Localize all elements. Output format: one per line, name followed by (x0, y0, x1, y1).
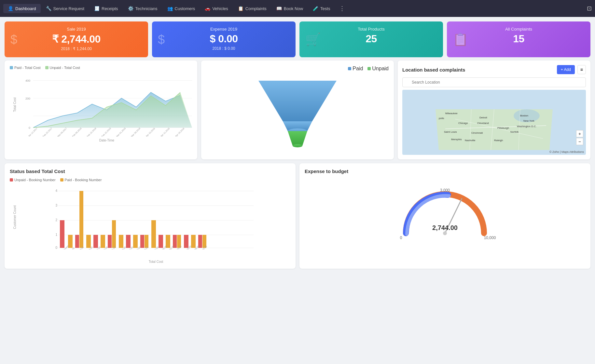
complaints-card-icon: 📋 (453, 32, 468, 47)
svg-text:Memphis: Memphis (451, 138, 462, 141)
svg-rect-71 (145, 235, 148, 248)
paid-legend-label: Paid - Total Cost (14, 66, 41, 70)
svg-text:Detroit: Detroit (479, 116, 487, 119)
sale-icon: $ (10, 33, 17, 47)
nav-service-request[interactable]: 🔧 Service Request (41, 4, 89, 13)
products-icon: 🛒 (305, 32, 321, 47)
svg-rect-62 (86, 235, 91, 248)
map-menu-button[interactable]: ≡ (577, 65, 586, 74)
line-y-label: Total Cost (13, 102, 17, 112)
paid-bar-legend: Paid - Booking Number (60, 178, 102, 182)
funnel-paid-label: Paid (353, 66, 363, 72)
nav-tests-label: Tests (320, 6, 330, 11)
svg-text:Chicago: Chicago (458, 122, 468, 125)
svg-text:Cincinnati: Cincinnati (471, 131, 483, 134)
svg-rect-77 (184, 235, 188, 248)
svg-text:Feb 22,2018: Feb 22,2018 (101, 127, 111, 137)
sale-value: ₹ 2,744.00 (52, 33, 100, 45)
nav-vehicles[interactable]: 🚗 Vehicles (200, 4, 232, 13)
map-zoom-out[interactable]: − (576, 138, 583, 145)
svg-rect-79 (198, 235, 202, 248)
sale-card: $ Sale 2019 ₹ 2,744.00 2018 : ₹ 1,244.00 (5, 21, 148, 57)
svg-text:400: 400 (25, 79, 30, 82)
svg-text:Pittsburgh: Pittsburgh (497, 127, 509, 129)
service-icon: 🔧 (46, 6, 51, 11)
svg-text:Apr 19,2018: Apr 19,2018 (175, 127, 185, 137)
status-legend: Unpaid - Booking Number Paid - Booking N… (10, 178, 290, 182)
map-add-button[interactable]: + Add (557, 65, 575, 74)
expense-sub: 2018 : $ 0.00 (212, 46, 235, 51)
svg-rect-60 (75, 235, 79, 248)
svg-rect-65 (108, 235, 112, 248)
svg-text:0: 0 (55, 246, 57, 249)
paid-legend: Paid - Total Cost (10, 66, 41, 70)
svg-text:Mar 09,2017: Mar 09,2017 (57, 127, 67, 137)
customers-icon: 👥 (167, 6, 173, 11)
nav-book-label: Book Now (284, 6, 303, 11)
expense-icon: $ (158, 33, 165, 47)
unpaid-legend-dot (45, 66, 48, 69)
svg-text:200: 200 (25, 97, 30, 100)
svg-text:Feb 22,2017: Feb 22,2017 (42, 127, 53, 137)
nav-more-button[interactable]: ⋮ (336, 3, 348, 14)
map-search-wrap: 🔍 (402, 77, 586, 90)
svg-text:0: 0 (29, 126, 30, 129)
funnel-unpaid-dot (367, 67, 371, 70)
svg-point-100 (443, 231, 447, 235)
funnel-unpaid-legend: Unpaid (367, 66, 389, 72)
products-value: 25 (366, 33, 377, 45)
svg-text:Raleigh: Raleigh (494, 139, 503, 142)
map-zoom-in[interactable]: + (576, 130, 583, 137)
map-actions: + Add ≡ (557, 65, 586, 74)
nav-book-now[interactable]: 📖 Book Now (272, 4, 308, 13)
svg-text:Cleveland: Cleveland (477, 122, 489, 125)
svg-text:Boston: Boston (520, 114, 528, 117)
paid-bar-dot (60, 178, 63, 182)
nav-right-icon[interactable]: ⊡ (587, 5, 592, 12)
svg-text:Saint Louis: Saint Louis (444, 130, 457, 133)
technicians-icon: ⚙️ (128, 6, 133, 11)
nav-dashboard[interactable]: 👤 Dashboard (3, 4, 41, 13)
bottom-row: Status based Total Cost Unpaid - Booking… (0, 163, 595, 273)
line-x-label: Date-Time (21, 139, 192, 142)
nav-tests[interactable]: 🧪 Tests (308, 4, 335, 13)
paid-legend-dot (10, 66, 13, 69)
nav-vehicles-label: Vehicles (212, 6, 228, 11)
svg-text:Apr 10,2018: Apr 10,2018 (145, 127, 156, 137)
svg-text:2,744.00: 2,744.00 (432, 224, 458, 231)
nav-technicians[interactable]: ⚙️ Technicians (123, 4, 162, 13)
nav-receipts-label: Receipts (102, 6, 118, 11)
svg-text:Apr 11,2018: Apr 11,2018 (160, 127, 170, 137)
nav-complaints[interactable]: 📋 Complaints (233, 4, 271, 13)
svg-point-24 (293, 144, 302, 147)
status-chart-svg: 4 3 2 1 0 (21, 184, 290, 249)
complaints-value: 15 (513, 33, 524, 45)
nav-dashboard-label: Dashboard (15, 6, 36, 11)
gauge-title: Expense to budget (305, 169, 585, 174)
svg-rect-61 (79, 191, 83, 248)
svg-rect-70 (140, 235, 144, 248)
nav-customers-label: Customers (175, 6, 195, 11)
svg-text:Feb 15,2018: Feb 15,2018 (86, 127, 97, 137)
status-chart-card: Status based Total Cost Unpaid - Booking… (5, 163, 296, 269)
status-x-label: Total Cost (21, 260, 290, 263)
nav-receipts[interactable]: 🧾 Receipts (90, 4, 123, 13)
svg-rect-58 (60, 220, 64, 248)
nav-customers[interactable]: 👥 Customers (163, 4, 200, 13)
products-card: 🛒 Total Products 25 (299, 21, 443, 57)
gauge-svg: 2,744.00 0 10,000 3,000 (393, 181, 497, 246)
map-search-input[interactable] (402, 77, 586, 87)
svg-rect-78 (191, 235, 196, 248)
vehicles-icon: 🚗 (205, 6, 210, 11)
svg-text:3,000: 3,000 (440, 188, 450, 193)
unpaid-legend-label: Unpaid - Total Cost (50, 66, 80, 70)
svg-text:3: 3 (55, 204, 57, 207)
map-area: polis Chicago Detroit Cleveland Pittsbur… (402, 90, 586, 155)
unpaid-bar-dot (10, 178, 13, 182)
book-icon: 📖 (276, 6, 282, 11)
complaints-card: 📋 All Complaints 15 (447, 21, 590, 57)
nav-service-label: Service Request (53, 6, 84, 11)
paid-bar-label: Paid - Booking Number (65, 178, 102, 182)
line-chart-legend: Paid - Total Cost Unpaid - Total Cost (10, 66, 192, 70)
status-chart-title: Status based Total Cost (10, 169, 290, 174)
